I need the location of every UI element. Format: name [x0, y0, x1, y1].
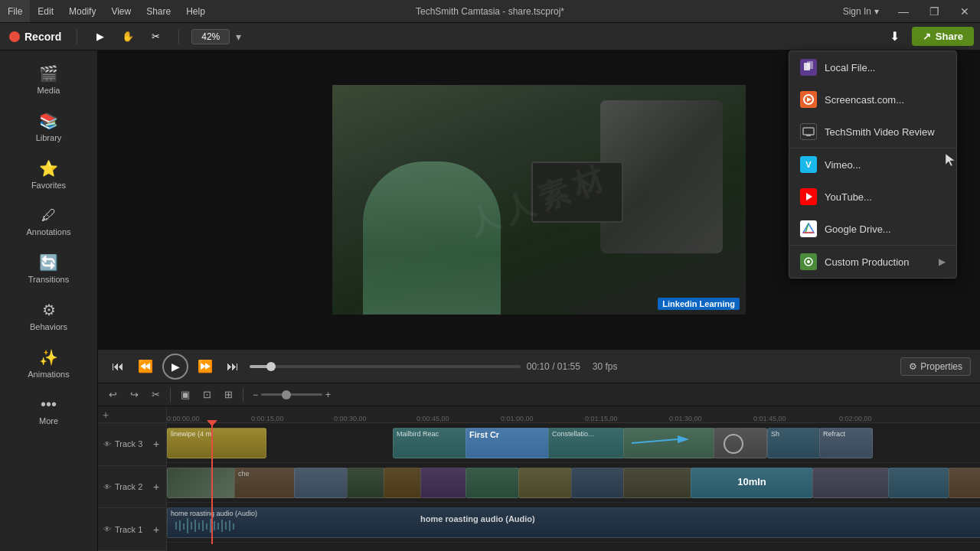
sidebar-item-annotations[interactable]: 🖊 Annotations: [5, 201, 93, 243]
zoom-slider[interactable]: [261, 393, 322, 396]
dropdown-item-vimeo[interactable]: V Vimeo...: [789, 148, 956, 181]
step-forward-button[interactable]: ⏩: [194, 356, 216, 377]
clip-constellation[interactable]: Constellatio...: [548, 428, 625, 458]
zoom-level-display[interactable]: 42%: [191, 29, 230, 44]
download-button[interactable]: ⬇: [884, 26, 906, 47]
sidebar-item-more[interactable]: ••• More: [5, 390, 93, 432]
svg-point-30: [807, 260, 810, 263]
arrow-graphic: [632, 432, 693, 455]
clip-vid10[interactable]: [623, 468, 692, 498]
play-tool-button[interactable]: ▶: [90, 26, 111, 47]
dropdown-item-local-file[interactable]: Local File...: [789, 51, 956, 83]
menu-view[interactable]: View: [103, 0, 139, 22]
crop-tool-button[interactable]: ✂: [145, 26, 166, 47]
sidebar-item-favorites[interactable]: ⭐ Favorites: [5, 153, 93, 196]
skip-forward-button[interactable]: ⏭: [222, 356, 243, 377]
redo-button[interactable]: ↪: [126, 386, 142, 403]
clip-10min[interactable]: 10mIn: [691, 468, 813, 498]
svg-marker-22: [807, 97, 812, 102]
zoom-out-icon[interactable]: −: [253, 390, 258, 400]
clip-audio[interactable]: home roasting audio (Audio) home roastin…: [167, 507, 980, 538]
clip-refract[interactable]: Refract: [819, 428, 873, 458]
track2-visibility-icon[interactable]: 👁: [103, 482, 112, 491]
record-label: Record: [24, 31, 61, 43]
sidebar-item-animations[interactable]: ✨ Animations: [5, 342, 93, 385]
share-button[interactable]: ↗ Share: [912, 27, 974, 46]
cut-button[interactable]: ✂: [147, 386, 164, 403]
clip-arrow[interactable]: [623, 428, 715, 458]
linkedin-logo: Linkedin Learning: [658, 299, 740, 308]
undo-button[interactable]: ↩: [104, 386, 121, 403]
clip-vid7[interactable]: [466, 468, 519, 498]
add-track-icon[interactable]: +: [103, 409, 109, 421]
track1-name: Track 1: [115, 525, 142, 534]
track-label-2: 👁 Track 2 +: [98, 466, 166, 509]
screencast-label: Screencast.com...: [825, 94, 904, 106]
clip-vid5[interactable]: [384, 468, 422, 498]
clip-vid4[interactable]: [347, 468, 385, 498]
clip-sh-label: Sh: [771, 430, 779, 438]
dropdown-item-screencast[interactable]: Screencast.com...: [789, 83, 956, 116]
screencast-icon: [800, 91, 817, 108]
menu-help[interactable]: Help: [178, 0, 213, 22]
track1-add-icon[interactable]: +: [151, 524, 162, 535]
dropdown-item-custom[interactable]: Custom Production ▶: [789, 246, 956, 278]
track3-visibility-icon[interactable]: 👁: [103, 439, 112, 448]
play-pause-button[interactable]: ▶: [162, 354, 188, 380]
sidebar: 🎬 Media 📚 Library ⭐ Favorites 🖊 Annotati…: [0, 51, 98, 551]
track1-visibility-icon[interactable]: 👁: [103, 525, 112, 534]
duration-button[interactable]: ⊞: [220, 386, 237, 403]
step-back-button[interactable]: ⏪: [135, 356, 156, 377]
svg-rect-13: [214, 521, 215, 530]
clip-mailbird[interactable]: Mailbird Reac: [393, 428, 469, 458]
dropdown-item-youtube[interactable]: YouTube...: [789, 181, 956, 213]
properties-button[interactable]: ⚙ Properties: [900, 357, 971, 376]
record-button[interactable]: Record: [6, 31, 64, 43]
zoom-in-icon[interactable]: +: [325, 390, 331, 400]
track3-name: Track 3: [115, 439, 142, 448]
menu-modify[interactable]: Modify: [61, 0, 103, 22]
menu-file[interactable]: File: [0, 0, 30, 22]
zoom-dropdown-arrow[interactable]: ▾: [236, 31, 241, 43]
sidebar-item-library[interactable]: 📚 Library: [5, 106, 93, 148]
clip-circle[interactable]: [714, 428, 767, 458]
tracks-container: linewipe (4 m Mailbird Reac First Cr: [167, 423, 980, 543]
dropdown-item-gdrive[interactable]: Google Drive...: [789, 213, 956, 245]
progress-bar[interactable]: [250, 365, 521, 368]
sidebar-item-behaviors[interactable]: ⚙ Behaviors: [5, 295, 93, 337]
group-button[interactable]: ▣: [177, 386, 194, 403]
split-button[interactable]: ⊡: [198, 386, 215, 403]
skip-back-button[interactable]: ⏮: [107, 356, 129, 377]
clip-sh[interactable]: Sh: [767, 428, 821, 458]
sidebar-item-media[interactable]: 🎬 Media: [5, 58, 93, 101]
sidebar-item-transitions[interactable]: 🔄 Transitions: [5, 247, 93, 290]
track2-add-icon[interactable]: +: [151, 481, 162, 492]
track3-add-icon[interactable]: +: [151, 439, 162, 449]
clip-vid11[interactable]: [812, 468, 889, 498]
annotations-icon: 🖊: [41, 207, 57, 224]
laptop-element: [531, 161, 623, 223]
close-button[interactable]: ✕: [949, 0, 980, 22]
sign-in-button[interactable]: Sign In ▾: [834, 6, 888, 17]
clip-vid1[interactable]: [167, 468, 236, 498]
hand-tool-button[interactable]: ✋: [117, 26, 139, 47]
minimize-button[interactable]: —: [888, 0, 919, 22]
dropdown-item-techsmith[interactable]: TechSmith Video Review: [789, 116, 956, 148]
clip-vid9[interactable]: [571, 468, 625, 498]
timeline: ↩ ↪ ✂ ▣ ⊡ ⊞ − + +: [98, 383, 980, 551]
clip-vid3[interactable]: [294, 468, 348, 498]
clip-vid13[interactable]: [949, 468, 980, 498]
maximize-button[interactable]: ❐: [919, 0, 949, 22]
track2-name: Track 2: [115, 482, 142, 491]
clip-linewipe[interactable]: linewipe (4 m: [167, 428, 266, 458]
clip-vid6[interactable]: [420, 468, 466, 498]
menu-share[interactable]: Share: [139, 0, 178, 22]
menu-edit[interactable]: Edit: [30, 0, 61, 22]
clip-vid2[interactable]: che: [234, 468, 296, 498]
ruler-mark-1: 0:00:15,00: [251, 415, 284, 422]
progress-thumb[interactable]: [266, 362, 276, 371]
svg-rect-5: [183, 523, 185, 530]
clip-firstcr[interactable]: First Cr: [466, 428, 550, 458]
clip-vid12[interactable]: [888, 468, 949, 498]
clip-vid8[interactable]: [518, 468, 572, 498]
